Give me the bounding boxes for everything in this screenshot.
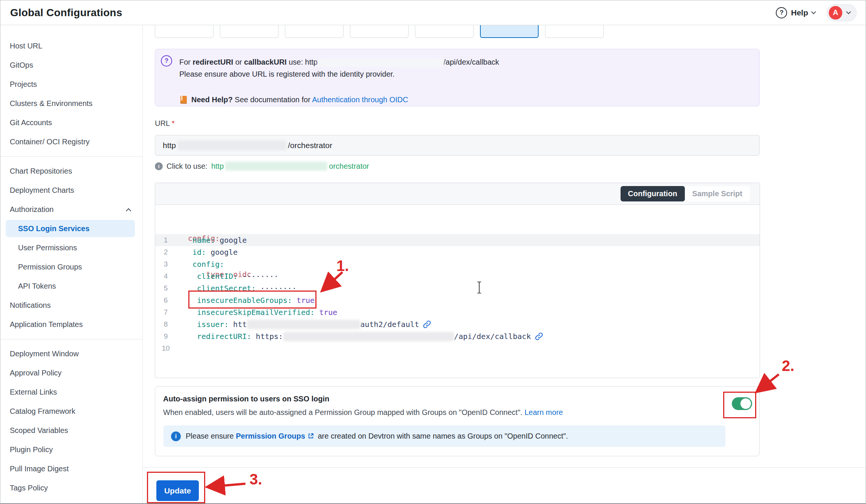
sidebar-item-sso-login-services[interactable]: SSO Login Services: [6, 220, 135, 237]
auto-assign-title: Auto-assign permission to users on SSO l…: [163, 395, 329, 403]
tab-sample-script[interactable]: Sample Script: [685, 186, 750, 201]
redirect-info-line1: For redirectURI or callbackURI use: http…: [179, 56, 759, 68]
sso-provider-tiles: [155, 25, 604, 38]
sidebar-nav: Host URL GitOps Projects Clusters & Envi…: [0, 36, 142, 498]
redacted-url-blur: [225, 162, 327, 171]
app-window: Global Configurations ? Help A Host URL …: [0, 0, 866, 504]
info-icon: i: [171, 431, 181, 441]
permission-groups-banner: i Please ensure Permission Groups are cr…: [164, 425, 725, 447]
sso-provider-tile[interactable]: [285, 25, 344, 38]
chevron-down-icon: [846, 9, 851, 14]
url-field-label: URL *: [155, 119, 175, 128]
content-pane: ? For redirectURI or callbackURI use: ht…: [143, 25, 866, 503]
learn-more-link[interactable]: Learn more: [524, 408, 563, 416]
sidebar-item-permission-groups[interactable]: Permission Groups: [0, 257, 142, 277]
toggle-knob: [740, 398, 751, 409]
sidebar-item-notifications[interactable]: Notifications: [0, 296, 142, 315]
sidebar-item-gitops[interactable]: GitOps: [0, 56, 142, 75]
code-line: 2 id: google: [155, 246, 760, 258]
profile-menu[interactable]: A: [827, 4, 857, 21]
info-icon: i: [155, 162, 163, 170]
text-cursor: [477, 281, 482, 294]
redacted-url-blur: [247, 320, 360, 329]
sidebar-item-container-oci-registry[interactable]: Container/ OCI Registry: [0, 132, 142, 151]
annotation-step-3: 3.: [250, 471, 262, 488]
auto-assign-toggle[interactable]: [732, 397, 752, 410]
sidebar-item-git-accounts[interactable]: Git Accounts: [0, 113, 142, 132]
link-icon[interactable]: [535, 332, 543, 341]
click-to-use-hint: i Click to use: httporchestrator: [155, 162, 369, 171]
annotation-step-1: 1.: [336, 257, 349, 274]
code-line: 4 clientID: ········: [155, 270, 760, 282]
sso-provider-tile[interactable]: [155, 25, 213, 38]
sidebar-item-authorization[interactable]: Authorization: [0, 200, 142, 219]
chevron-up-icon: [126, 208, 131, 213]
url-input[interactable]: http/orchestrator: [155, 135, 760, 156]
editor-readonly-preamble: config: type: oidc: [155, 205, 760, 234]
code-line: 1 name: google: [155, 234, 760, 246]
help-menu[interactable]: ? Help: [776, 7, 815, 18]
sidebar-item-catalog-framework[interactable]: Catalog Framework: [0, 402, 142, 421]
book-icon: [179, 95, 188, 104]
sidebar-item-clusters-environments[interactable]: Clusters & Environments: [0, 94, 142, 113]
sidebar-divider: [0, 156, 142, 157]
topbar-actions: ? Help A: [776, 4, 857, 21]
need-help-line: Need Help? See documentation for Authent…: [179, 94, 759, 106]
sso-provider-tile[interactable]: [415, 25, 474, 38]
permission-groups-link[interactable]: Permission Groups: [236, 432, 305, 440]
external-link-icon: [307, 433, 314, 439]
sidebar-item-projects[interactable]: Projects: [0, 75, 142, 94]
code-line: 9 redirectURI: https:/api/dex/callback: [155, 330, 760, 342]
sso-provider-tile-selected[interactable]: [480, 25, 539, 38]
code-line: 7 insecureSkipEmailVerified: true: [155, 306, 760, 318]
sidebar-item-deployment-window[interactable]: Deployment Window: [0, 344, 142, 363]
suggested-url-link[interactable]: httporchestrator: [211, 162, 369, 171]
code-line: 5 clientSecret: ········: [155, 282, 760, 294]
question-circle-icon: ?: [161, 55, 172, 67]
sidebar-item-user-permissions[interactable]: User Permissions: [0, 238, 142, 257]
editor-header: Configuration Sample Script: [155, 183, 760, 205]
url-fragment: /api/dex/callback: [444, 58, 499, 66]
url-fragment: http: [305, 58, 318, 66]
required-asterisk: *: [172, 119, 175, 127]
link-icon[interactable]: [423, 320, 431, 328]
auto-assign-description: When enabled, users will be auto-assigne…: [163, 408, 563, 417]
sidebar-item-plugin-policy[interactable]: Plugin Policy: [0, 440, 142, 459]
sidebar-item-chart-repositories[interactable]: Chart Repositories: [0, 162, 142, 181]
chevron-down-icon: [811, 9, 816, 14]
code-line-insecure-enable-groups: 6 insecureEnableGroups: true: [155, 294, 760, 306]
sso-provider-tile[interactable]: [220, 25, 279, 38]
redacted-url-blur: [283, 332, 454, 341]
sso-provider-tile[interactable]: [350, 25, 409, 38]
annotation-step-2: 2.: [782, 357, 794, 374]
sidebar-item-pull-image-digest[interactable]: Pull Image Digest: [0, 459, 142, 478]
sidebar-divider: [0, 339, 142, 339]
top-bar: Global Configurations ? Help A: [0, 0, 866, 25]
avatar: A: [829, 6, 842, 20]
auto-assign-card: Auto-assign permission to users on SSO l…: [155, 386, 760, 456]
sidebar-item-api-tokens[interactable]: API Tokens: [0, 277, 142, 296]
sidebar-item-deployment-charts[interactable]: Deployment Charts: [0, 181, 142, 200]
config-editor[interactable]: Configuration Sample Script config: type…: [155, 183, 760, 378]
oidc-docs-link[interactable]: Authentication through OIDC: [312, 95, 408, 104]
code-line: 10: [155, 342, 760, 354]
help-label: Help: [791, 8, 808, 17]
redacted-url-blur: [177, 141, 286, 150]
sidebar-item-label: Authorization: [10, 205, 54, 214]
sso-provider-tile[interactable]: [545, 25, 604, 38]
code-line: 8 issuer: httauth2/default: [155, 318, 760, 330]
editor-code-area[interactable]: 1 name: google 2 id: google 3 config: 4 …: [155, 234, 760, 354]
sidebar-item-scoped-variables[interactable]: Scoped Variables: [0, 421, 142, 440]
update-button[interactable]: Update: [156, 480, 199, 501]
redirect-info-box: ? For redirectURI or callbackURI use: ht…: [155, 49, 760, 106]
sidebar-item-host-url[interactable]: Host URL: [0, 36, 142, 56]
sidebar-item-external-links[interactable]: External Links: [0, 383, 142, 402]
sidebar-item-approval-policy[interactable]: Approval Policy: [0, 363, 142, 383]
sidebar-item-application-templates[interactable]: Application Templates: [0, 315, 142, 334]
redirect-info-line2: Please ensure above URL is registered wi…: [179, 68, 759, 80]
page-title: Global Configurations: [10, 7, 122, 19]
tab-configuration[interactable]: Configuration: [621, 186, 685, 201]
help-icon: ?: [776, 7, 787, 18]
sidebar-item-tags-policy[interactable]: Tags Policy: [0, 478, 142, 498]
main-area: Host URL GitOps Projects Clusters & Envi…: [0, 25, 866, 503]
